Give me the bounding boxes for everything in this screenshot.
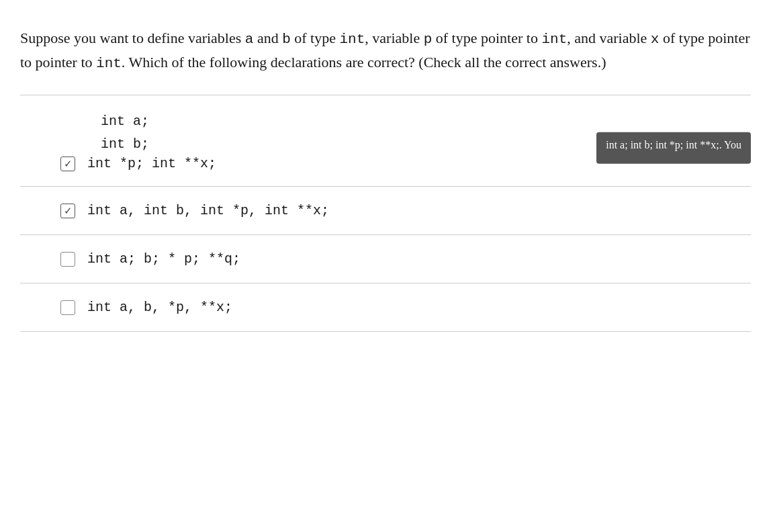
option-3-code: int a; b; * p; **q;: [87, 251, 240, 267]
question-text-of-type-2: of type pointer to: [432, 30, 541, 46]
question-text-which: . Which of the following declarations ar…: [122, 54, 606, 71]
var-p: p: [424, 32, 433, 47]
option-1-code: int *p; int **x;: [87, 156, 216, 171]
checkbox-3-area[interactable]: [60, 252, 75, 267]
option-line-1: int a;: [60, 110, 731, 133]
option-3-row[interactable]: int a; b; * p; **q;: [20, 235, 751, 283]
question-text-comma-var: , variable: [365, 30, 423, 46]
checkbox-4-area[interactable]: [60, 300, 75, 315]
checkbox-2[interactable]: ✓: [60, 204, 75, 218]
question-text-of-type: of type: [291, 30, 340, 46]
var-b: b: [282, 32, 291, 47]
type-int-3: int: [96, 56, 122, 71]
option-2-row[interactable]: ✓ int a, int b, int *p, int **x;: [20, 187, 751, 235]
type-int-1: int: [340, 32, 365, 47]
option-4-code: int a, b, *p, **x;: [87, 300, 232, 315]
var-a: a: [245, 32, 254, 47]
option-4-row[interactable]: int a, b, *p, **x;: [20, 283, 751, 332]
checkbox-1-area[interactable]: ✓: [60, 157, 75, 171]
question-text-before-a: Suppose you want to define variables: [20, 30, 245, 46]
option-multiblock[interactable]: int a; int b; ✓ int *p; int **x; int a; …: [20, 95, 751, 187]
option-2-code: int a, int b, int *p, int **x;: [87, 203, 329, 218]
checkbox-4[interactable]: [60, 300, 75, 315]
checkmark-1: ✓: [64, 158, 73, 170]
type-int-2: int: [541, 32, 567, 47]
var-x: x: [651, 32, 660, 47]
checkbox-3[interactable]: [60, 252, 75, 267]
checkbox-1[interactable]: ✓: [60, 157, 75, 171]
question-text-and: and: [253, 30, 282, 46]
tooltip-1: int a; int b; int *p; int **x;. You: [596, 132, 751, 164]
options-container: int a; int b; ✓ int *p; int **x; int a; …: [20, 95, 751, 332]
checkbox-2-area[interactable]: ✓: [60, 204, 75, 218]
checkmark-2: ✓: [64, 205, 73, 217]
question-text: Suppose you want to define variables a a…: [20, 27, 751, 75]
question-text-and-var: , and variable: [567, 30, 651, 46]
